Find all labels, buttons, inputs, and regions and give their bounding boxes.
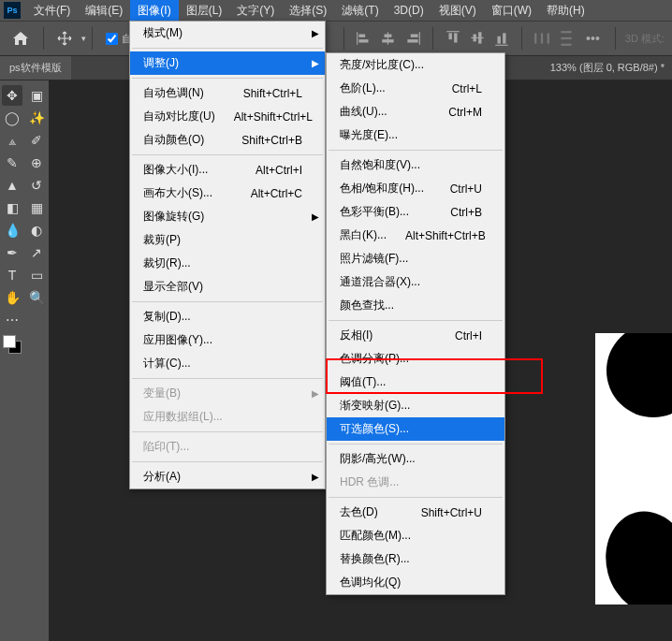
move-tool[interactable]: ✥ — [2, 85, 22, 106]
brush-tool[interactable]: ✎ — [2, 153, 22, 173]
menu-item[interactable]: 阴影/高光(W)... — [327, 447, 504, 471]
align-right-icon[interactable] — [404, 30, 421, 47]
menu-item[interactable]: 自动色调(N)Shift+Ctrl+L — [130, 81, 325, 105]
menu-item[interactable]: 文件(F) — [26, 0, 78, 22]
stamp-tool[interactable]: ▲ — [2, 175, 22, 196]
home-icon[interactable] — [13, 32, 28, 45]
menu-item[interactable]: 色彩平衡(B)...Ctrl+B — [327, 200, 504, 224]
dropdown-icon[interactable]: ▾ — [81, 34, 86, 43]
svg-rect-1 — [358, 35, 365, 37]
menu-item[interactable]: 调整(J)▶ — [130, 51, 325, 75]
align-hcenter-icon[interactable] — [380, 30, 397, 47]
menu-item-label: 变量(B) — [143, 386, 181, 401]
lasso-tool[interactable]: ◯ — [2, 108, 22, 128]
gradient-tool[interactable]: ▦ — [26, 197, 47, 218]
menu-item-label: 通道混合器(X)... — [340, 274, 420, 290]
menu-item[interactable]: 色调分离(P)... — [327, 347, 504, 371]
menu-item-label: 颜色查找... — [340, 298, 394, 313]
menu-item[interactable]: 选择(S) — [282, 0, 334, 22]
pen-tool[interactable]: ✒ — [2, 242, 22, 263]
menu-item[interactable]: 文字(Y) — [229, 0, 282, 22]
heal-tool[interactable]: ⊕ — [26, 153, 47, 173]
menu-item[interactable]: 匹配颜色(M)... — [327, 524, 504, 547]
menu-item[interactable]: 通道混合器(X)... — [327, 270, 504, 294]
menu-item-label: 色调分离(P)... — [340, 351, 409, 367]
move-tool-icon[interactable] — [57, 31, 72, 46]
menu-item[interactable]: 编辑(E) — [78, 0, 130, 22]
menu-item[interactable]: 颜色查找... — [327, 294, 504, 317]
menu-item-label: 裁剪(P) — [143, 232, 181, 248]
blur-tool[interactable]: 💧 — [2, 220, 22, 240]
menu-item[interactable]: 曲线(U)...Ctrl+M — [327, 100, 504, 124]
menu-item-label: 色阶(L)... — [340, 80, 386, 96]
marquee-tool[interactable]: ▣ — [26, 85, 47, 106]
menu-item[interactable]: 渐变映射(G)... — [327, 394, 504, 417]
menu-shortcut: Ctrl+U — [431, 182, 482, 196]
hand-tool[interactable]: ✋ — [2, 287, 22, 308]
svg-rect-0 — [357, 32, 358, 45]
menu-item[interactable]: 反相(I)Ctrl+I — [327, 324, 504, 347]
color-swatch[interactable] — [3, 335, 22, 354]
menu-item[interactable]: 裁剪(P) — [130, 228, 325, 252]
eyedropper-tool[interactable]: ✐ — [26, 130, 47, 151]
menu-item-label: 应用数据组(L)... — [143, 409, 223, 425]
wand-tool[interactable]: ✨ — [26, 108, 47, 128]
align-vcenter-icon[interactable] — [469, 30, 486, 47]
menu-item[interactable]: 亮度/对比度(C)... — [327, 53, 504, 77]
menu-item[interactable]: 替换颜色(R)... — [327, 547, 504, 571]
menu-item[interactable]: 可选颜色(S)... — [327, 417, 504, 441]
menu-item[interactable]: 窗口(W) — [484, 0, 539, 22]
menu-item-label: 画布大小(S)... — [143, 185, 212, 201]
menu-item[interactable]: 色调均化(Q) — [327, 571, 504, 594]
menu-item[interactable]: 图像(I) — [130, 0, 178, 22]
menu-separator — [132, 378, 323, 379]
menu-item[interactable]: 自动对比度(U)Alt+Shift+Ctrl+L — [130, 105, 325, 128]
shape-tool[interactable]: ▭ — [26, 265, 47, 285]
eraser-tool[interactable]: ◧ — [2, 197, 22, 218]
menu-item-label: 曲线(U)... — [340, 104, 387, 120]
align-left-icon[interactable] — [356, 30, 373, 47]
more-options-icon[interactable]: ••• — [586, 31, 600, 46]
history-brush-tool[interactable]: ↺ — [26, 175, 47, 196]
menu-item[interactable]: 复制(D)... — [130, 305, 325, 328]
menu-item[interactable]: 图像旋转(G)▶ — [130, 205, 325, 228]
menu-item[interactable]: 曝光度(E)... — [327, 124, 504, 147]
menu-item[interactable]: 色相/饱和度(H)...Ctrl+U — [327, 177, 504, 200]
distribute-h-icon[interactable] — [533, 30, 550, 47]
menu-item[interactable]: 分析(A)▶ — [130, 465, 325, 488]
crop-tool[interactable]: ⟁ — [2, 130, 22, 151]
menu-item[interactable]: 显示全部(V) — [130, 275, 325, 299]
menu-item[interactable]: 黑白(K)...Alt+Shift+Ctrl+B — [327, 224, 504, 247]
menu-item[interactable]: 阈值(T)... — [327, 371, 504, 394]
menu-item[interactable]: 图层(L) — [179, 0, 230, 22]
svg-rect-17 — [503, 33, 505, 43]
menu-item[interactable]: 模式(M)▶ — [130, 22, 325, 45]
svg-rect-2 — [358, 39, 368, 42]
ellipsis-tool[interactable]: ⋯ — [2, 310, 22, 330]
menu-item[interactable]: 图像大小(I)...Alt+Ctrl+I — [130, 158, 325, 182]
menu-item[interactable]: 色阶(L)...Ctrl+L — [327, 77, 504, 100]
document-tab-right[interactable]: 133% (图层 0, RGB/8#) * — [543, 56, 672, 80]
distribute-v-icon[interactable] — [558, 30, 575, 47]
menu-item[interactable]: 自然饱和度(V)... — [327, 153, 504, 177]
menu-item[interactable]: 应用图像(Y)... — [130, 328, 325, 352]
zoom-tool[interactable]: 🔍 — [26, 287, 47, 308]
auto-select-checkbox[interactable] — [106, 33, 118, 45]
dodge-tool[interactable]: ◐ — [26, 220, 47, 240]
menu-item-label: 反相(I) — [340, 328, 373, 343]
menu-item[interactable]: 滤镜(T) — [334, 0, 386, 22]
path-tool[interactable]: ↗ — [26, 242, 47, 263]
menu-item[interactable]: 画布大小(S)...Alt+Ctrl+C — [130, 182, 325, 205]
menu-item[interactable]: 去色(D)Shift+Ctrl+U — [327, 501, 504, 524]
menu-item[interactable]: 3D(D) — [387, 1, 431, 20]
menu-item[interactable]: 自动颜色(O)Shift+Ctrl+B — [130, 128, 325, 152]
type-tool[interactable]: T — [2, 265, 22, 285]
menu-item[interactable]: 照片滤镜(F)... — [327, 247, 504, 270]
menu-item[interactable]: 计算(C)... — [130, 352, 325, 375]
menu-item[interactable]: 裁切(R)... — [130, 252, 325, 275]
document-tab-left[interactable]: ps软件模版 — [0, 56, 71, 80]
menu-item[interactable]: 帮助(H) — [539, 0, 592, 22]
menu-item[interactable]: 视图(V) — [431, 0, 484, 22]
align-bottom-icon[interactable] — [493, 30, 510, 47]
align-top-icon[interactable] — [445, 30, 461, 47]
